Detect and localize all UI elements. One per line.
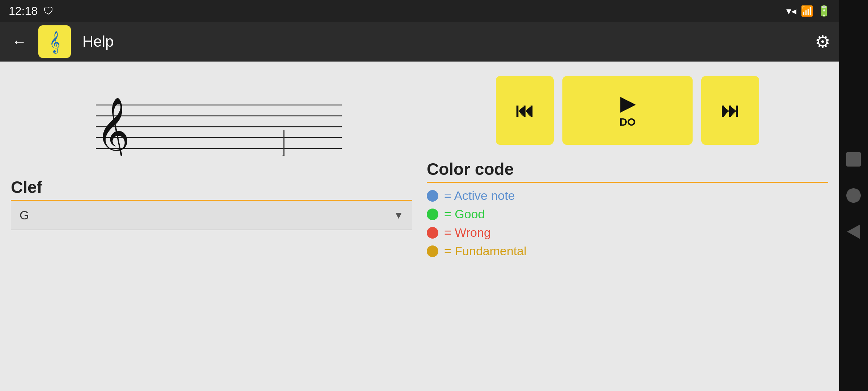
color-item-good: = Good (427, 207, 828, 221)
skip-back-icon: ⏮ (515, 100, 534, 121)
app-bar: ← 𝄞 Help ⚙ (0, 22, 839, 62)
signal-icon: 📶 (801, 5, 813, 17)
wifi-icon: ▾◂ (786, 5, 796, 17)
playback-controls: ⏮ ▶ DO ⏭ (427, 76, 828, 145)
status-left: 12:18 🛡 (9, 4, 54, 18)
good-dot (427, 209, 438, 220)
app-bar-left: ← 𝄞 Help (9, 25, 114, 58)
clef-section-title: Clef (11, 177, 412, 197)
status-right: ▾◂ 📶 🔋 (786, 5, 830, 17)
color-item-active: = Active note (427, 189, 828, 203)
color-code-title: Color code (427, 159, 828, 179)
skip-next-button[interactable]: ⏭ (701, 76, 759, 145)
fundamental-dot (427, 245, 438, 257)
status-time: 12:18 (9, 4, 38, 18)
clef-dropdown-value: G (20, 208, 29, 222)
clef-section: Clef G ▼ (11, 177, 412, 230)
app-icon: 𝄞 (38, 25, 71, 58)
page-title: Help (82, 33, 114, 50)
status-bar: 12:18 🛡 ▾◂ 📶 🔋 (0, 0, 839, 22)
play-note-label: DO (620, 116, 636, 128)
svg-point-8 (275, 154, 290, 156)
fundamental-label: = Fundamental (444, 244, 527, 258)
settings-button[interactable]: ⚙ (815, 31, 830, 52)
chevron-down-icon: ▼ (393, 210, 404, 221)
color-item-wrong: = Wrong (427, 226, 828, 240)
color-code-section: Color code = Active note = Good = Wrong (427, 159, 828, 264)
back-button-nav[interactable] (847, 224, 860, 239)
back-button[interactable]: ← (9, 30, 30, 53)
good-label: = Good (444, 207, 485, 221)
active-note-label: = Active note (444, 189, 515, 203)
left-column: 𝄞 Clef G ▼ (11, 72, 412, 380)
recent-apps-button[interactable] (846, 152, 861, 167)
wrong-label: = Wrong (444, 226, 491, 240)
battery-icon: 🔋 (818, 5, 830, 17)
skip-next-icon: ⏭ (721, 100, 740, 121)
color-item-fundamental: = Fundamental (427, 244, 828, 258)
active-note-dot (427, 190, 438, 202)
staff-container: 𝄞 (11, 72, 412, 167)
skip-back-button[interactable]: ⏮ (496, 76, 554, 145)
right-column: ⏮ ▶ DO ⏭ Color code = Active note (427, 72, 828, 380)
play-icon: ▶ (620, 93, 635, 114)
clef-dropdown[interactable]: G ▼ (11, 201, 412, 230)
main-content: 𝄞 Clef G ▼ (0, 62, 839, 391)
nav-sidebar (839, 0, 868, 391)
music-note-icon: 𝄞 (49, 31, 60, 53)
color-items-list: = Active note = Good = Wrong = Fundament… (427, 183, 828, 264)
home-button[interactable] (846, 188, 861, 203)
svg-text:𝄞: 𝄞 (96, 98, 130, 156)
shield-icon: 🛡 (43, 5, 54, 17)
wrong-dot (427, 227, 438, 239)
play-button[interactable]: ▶ DO (562, 76, 693, 145)
